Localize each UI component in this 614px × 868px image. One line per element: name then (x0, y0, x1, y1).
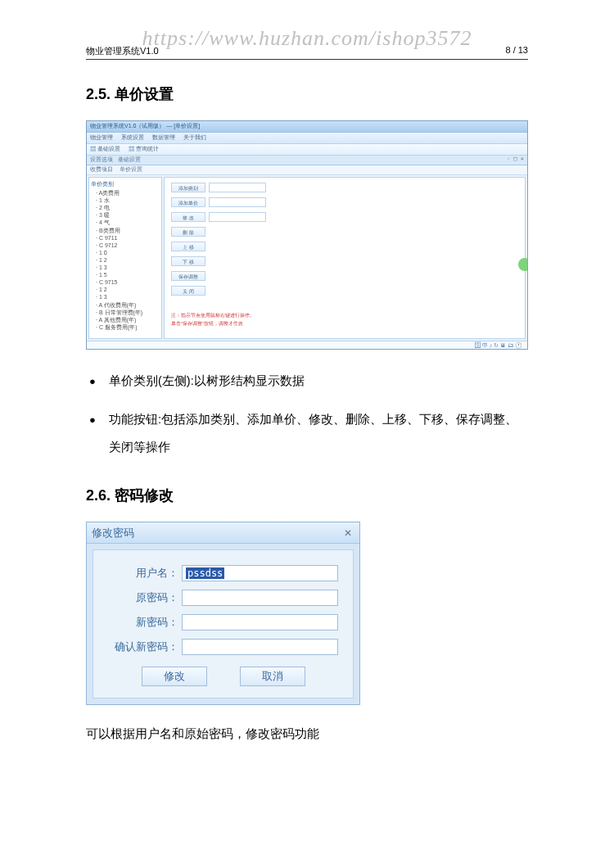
change-password-dialog: 修改密码 ✕ 用户名： pssdss 原密码： 新密码： 确认新密码： 修改 取… (86, 522, 360, 705)
tree-node[interactable]: C 9711 (96, 234, 160, 242)
window-controls[interactable]: - □ × (507, 156, 524, 162)
tree-node[interactable]: A 代收费用(年) (96, 301, 160, 309)
tree-node[interactable]: 1 2 (96, 286, 160, 293)
tree-node[interactable]: 1 5 (96, 271, 160, 278)
modify-button[interactable]: 修改 (142, 667, 207, 686)
section-25-title: 2.5. 单价设置 (86, 84, 528, 104)
dialog-titlebar: 修改密码 ✕ (87, 522, 359, 544)
form-note: 注：指示节点使用鼠标右键进行操作。 单击"保存调整"按钮，调整才生效 (171, 312, 518, 328)
page-number: 8 / 13 (505, 45, 528, 57)
menu-bar: 物业管理 系统设置 数据管理 关于我们 (87, 133, 527, 144)
page-header: 物业管理系统V1.0 8 / 13 (86, 25, 528, 60)
delete-button[interactable]: 删 除 (171, 227, 205, 237)
tree-node[interactable]: 2 电 (96, 204, 160, 211)
modify-button[interactable]: 修 改 (171, 212, 205, 222)
tab[interactable]: 基础设置 (118, 156, 141, 164)
menu-item[interactable]: 物业管理 (90, 134, 113, 140)
confirm-password-label: 确认新密码： (108, 640, 178, 654)
side-handle-icon[interactable] (518, 258, 528, 271)
confirm-password-input[interactable] (182, 639, 338, 655)
menu-item[interactable]: 系统设置 (121, 134, 144, 140)
category-input[interactable] (209, 183, 266, 192)
old-password-input[interactable] (182, 590, 338, 606)
old-password-label: 原密码： (108, 590, 178, 605)
tree-node[interactable]: B 日常管理费(年) (96, 309, 160, 316)
tree-node[interactable]: C 9712 (96, 242, 160, 249)
dialog-title: 修改密码 (92, 526, 134, 540)
username-label: 用户名： (108, 566, 178, 581)
cancel-button[interactable]: 取消 (240, 667, 305, 686)
tree-node[interactable]: B类费用 (96, 227, 160, 234)
tab[interactable]: 设置选项 (90, 156, 113, 164)
move-down-button[interactable]: 下 移 (171, 256, 205, 266)
tree-node[interactable]: 1 2 (96, 256, 160, 264)
tree-node[interactable]: A 其他费用(年) (96, 316, 160, 323)
window-titlebar: 物业管理系统V1.0（试用版） — [单价设置] (87, 121, 527, 133)
menu-item[interactable]: 数据管理 (152, 134, 175, 140)
add-category-button[interactable]: 添加类别 (171, 183, 205, 192)
new-password-label: 新密码： (108, 615, 178, 630)
toolbar-button[interactable]: 查询统计 (129, 146, 159, 151)
sub-tab[interactable]: 收费项目 (90, 166, 113, 172)
tree-node[interactable]: 1 3 (96, 264, 160, 271)
tree-node[interactable]: A类费用 (96, 189, 160, 197)
close-icon[interactable]: ✕ (341, 527, 354, 540)
price-settings-window: 物业管理系统V1.0（试用版） — [单价设置] 物业管理 系统设置 数据管理 … (86, 120, 528, 350)
tree-node[interactable]: 1 3 (96, 293, 160, 301)
category-tree[interactable]: 单价类别 A类费用 1 水 2 电 3 暖 4 气 B类费用 C 9711 C … (88, 177, 162, 339)
new-password-input[interactable] (182, 614, 338, 631)
username-input[interactable]: pssdss (182, 565, 338, 581)
tree-node[interactable]: C 9715 (96, 278, 160, 286)
move-up-button[interactable]: 上 移 (171, 242, 205, 251)
sub-tab[interactable]: 单价设置 (120, 166, 142, 172)
tree-node[interactable]: 4 气 (96, 219, 160, 226)
modify-input[interactable] (209, 212, 266, 222)
section-26-title: 2.6. 密码修改 (86, 486, 528, 505)
tree-title: 单价类别 (91, 180, 160, 188)
description-text: 可以根据用户名和原始密码，修改密码功能 (86, 726, 528, 742)
list-item: 单价类别(左侧):以树形结构显示数据 (89, 368, 528, 395)
sub-tab-bar: 收费项目 单价设置 (87, 165, 527, 175)
feature-list: 单价类别(左侧):以树形结构显示数据 功能按钮:包括添加类别、添加单价、修改、删… (89, 368, 528, 461)
toolbar-button[interactable]: 基础设置 (90, 146, 120, 151)
add-price-button[interactable]: 添加单价 (171, 197, 205, 207)
doc-title: 物业管理系统V1.0 (86, 45, 159, 57)
toolbar: 基础设置 查询统计 (87, 144, 527, 156)
username-value: pssdss (186, 567, 224, 579)
tree-node[interactable]: C 服务费用(年) (96, 323, 160, 331)
close-button[interactable]: 关 闭 (171, 286, 205, 296)
menu-item[interactable]: 关于我们 (183, 134, 206, 140)
tree-node[interactable]: 1 0 (96, 249, 160, 256)
save-adjust-button[interactable]: 保存调整 (171, 271, 205, 281)
tree-node[interactable]: 1 水 (96, 197, 160, 204)
list-item: 功能按钮:包括添加类别、添加单价、修改、删除、上移、下移、保存调整、关闭等操作 (89, 406, 528, 461)
status-bar: 🅂 申 ♪ ↻ 🖥 🗂 🕐 (87, 341, 527, 349)
form-panel: 添加类别 添加单价 修 改 删 除 上 移 下 移 保存调整 关 闭 注：指示节… (164, 177, 526, 339)
tab-bar: 设置选项 基础设置 - □ × (87, 156, 527, 165)
tree-node[interactable]: 3 暖 (96, 211, 160, 219)
price-input[interactable] (209, 197, 266, 207)
